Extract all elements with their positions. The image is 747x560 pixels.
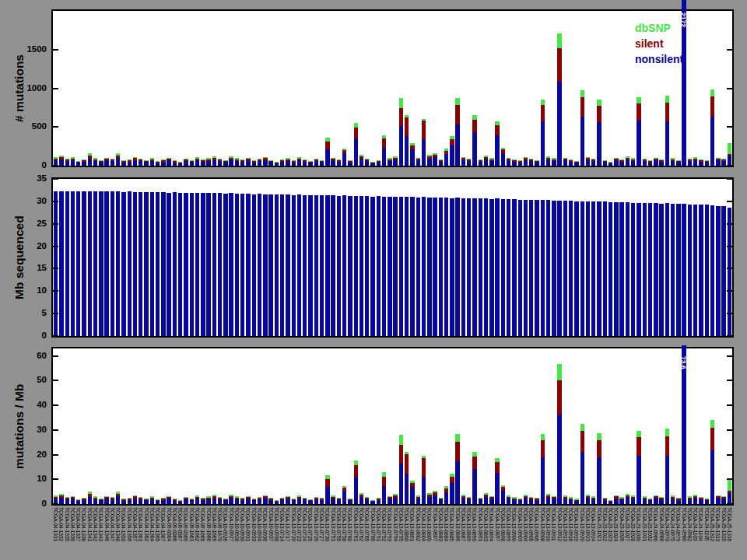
bar-segment-nonsilent: [320, 162, 324, 166]
bar-segment-nonsilent: [705, 163, 709, 166]
bar-segment-nonsilent: [308, 163, 312, 166]
bar-segment-dbSNP: [693, 157, 697, 158]
bar-segment-dbSNP: [359, 155, 363, 156]
bar-segment-dbSNP: [529, 497, 533, 498]
bar-segment-dbSNP: [472, 452, 476, 457]
x-tick-label: TCGA-13-0766: [370, 507, 376, 541]
x-tick-label: TCGA-10-0937: [268, 507, 274, 541]
bar-segment-dbSNP: [286, 158, 289, 159]
bar-segment-silent: [93, 498, 97, 499]
x-tick-label: TCGA-09-1662: [195, 507, 200, 541]
bar-segment-Mb sequenced: [116, 191, 120, 336]
bar-segment-Mb sequenced: [59, 191, 63, 336]
bar-segment-Mb sequenced: [489, 199, 493, 336]
bar-segment-silent: [614, 496, 618, 498]
bar-segment-nonsilent: [348, 163, 352, 166]
bar-segment-nonsilent: [337, 162, 341, 166]
y-tick-label: 30: [0, 425, 47, 434]
bar-segment-silent: [614, 159, 618, 160]
bar-segment-Mb sequenced: [377, 196, 381, 336]
y-tick: [727, 126, 732, 128]
bar-segment-nonsilent: [133, 499, 137, 504]
bar-segment-silent: [184, 159, 188, 161]
bar-segment-nonsilent: [337, 499, 341, 504]
y-tick: [727, 355, 732, 357]
bar-segment-nonsilent: [619, 162, 623, 166]
bar-segment-nonsilent: [619, 499, 623, 504]
x-tick-label: TCGA-13-0894: [489, 507, 494, 541]
bar-segment-silent: [439, 160, 443, 161]
bar-segment-nonsilent: [654, 160, 658, 166]
bar-segment-dbSNP: [416, 158, 420, 159]
bar-segment-dbSNP: [552, 496, 556, 498]
bar-segment-nonsilent: [377, 162, 381, 166]
bar-segment-nonsilent: [82, 500, 86, 504]
bar-segment-silent: [659, 498, 663, 499]
bar-segment-dbSNP: [206, 158, 210, 159]
bar-segment-silent: [405, 454, 409, 474]
bar-segment-nonsilent: [484, 159, 488, 166]
bar-segment-nonsilent: [597, 122, 601, 166]
x-tick-label: TCGA-13-0919: [573, 507, 579, 541]
bar-segment-dbSNP: [619, 497, 623, 498]
bar-segment-nonsilent: [489, 161, 493, 166]
bar-segment-silent: [258, 498, 261, 499]
y-tick-label: 10: [0, 474, 47, 483]
bar-segment-silent: [104, 159, 108, 160]
bar-segment-silent: [320, 499, 324, 500]
bar-segment-Mb sequenced: [427, 198, 431, 336]
bar-segment-silent: [223, 161, 227, 162]
bar-segment-nonsilent: [597, 457, 601, 504]
bar-segment-Mb sequenced: [156, 192, 160, 336]
bar-segment-nonsilent: [643, 499, 647, 504]
bar-segment-Mb sequenced: [218, 193, 222, 336]
bar-segment-nonsilent: [524, 160, 528, 166]
bar-segment-nonsilent: [557, 82, 561, 166]
x-tick-label: TCGA-10-0931: [245, 507, 251, 541]
x-tick-label: TCGA-09-1666: [206, 507, 212, 541]
bar-segment-nonsilent: [88, 159, 92, 166]
bar-segment-dbSNP: [116, 492, 120, 493]
bar-segment-silent: [229, 158, 233, 159]
x-tick-label: TCGA-13-0884: [444, 507, 449, 541]
bar-segment-dbSNP: [268, 160, 272, 161]
bar-segment-dbSNP: [235, 158, 239, 159]
bar-segment-dbSNP: [705, 160, 709, 161]
bar-segment-nonsilent: [552, 161, 556, 166]
bar-segment-silent: [308, 500, 312, 501]
bar-segment-nonsilent: [370, 501, 374, 504]
y-tick: [53, 126, 58, 128]
bar-segment-dbSNP: [82, 498, 86, 499]
x-tick-label: TCGA-13-0900: [511, 507, 517, 541]
bar-segment-nonsilent: [422, 477, 426, 504]
bar-segment-silent: [297, 159, 301, 160]
bar-segment-silent: [524, 496, 528, 498]
bar-segment-silent: [557, 48, 561, 81]
bar-segment-silent: [580, 431, 584, 452]
bar-segment-dbSNP: [512, 497, 516, 498]
bar-segment-silent: [461, 158, 465, 159]
bar-segment-dbSNP: [246, 158, 250, 159]
bar-segment-Mb sequenced: [359, 196, 363, 336]
bar-segment-silent: [716, 496, 720, 498]
bar-segment-nonsilent: [393, 159, 397, 166]
bar-segment-dbSNP: [472, 115, 476, 120]
bar-segment-dbSNP: [133, 157, 137, 158]
bar-segment-Mb sequenced: [455, 198, 459, 336]
bar-segment-nonsilent: [427, 497, 431, 504]
bar-segment-nonsilent: [659, 499, 663, 504]
bar-segment-silent: [399, 108, 403, 126]
bar-segment-silent: [484, 495, 488, 497]
bar-segment-nonsilent: [444, 492, 448, 504]
bar-segment-silent: [342, 150, 346, 152]
x-tick-label: TCGA-04-1338: [81, 507, 86, 541]
bar-segment-dbSNP: [603, 498, 607, 499]
bar-segment-nonsilent: [524, 498, 528, 504]
bar-segment-dbSNP: [280, 159, 284, 160]
bar-segment-silent: [377, 161, 381, 162]
bar-segment-nonsilent: [591, 499, 595, 504]
bar-segment-dbSNP: [552, 158, 556, 159]
x-tick-label: TCGA-10-0934: [257, 507, 262, 541]
bar-segment-dbSNP: [337, 498, 341, 499]
bar-segment-Mb sequenced: [495, 198, 499, 336]
